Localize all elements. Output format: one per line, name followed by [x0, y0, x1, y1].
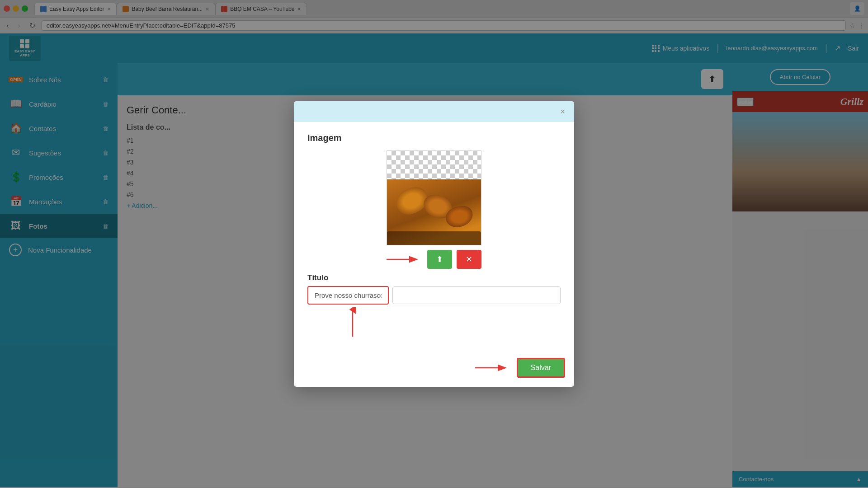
- salvar-button[interactable]: Salvar: [517, 358, 565, 378]
- delete-btn-icon: ✕: [466, 255, 472, 264]
- arrow-upload-annotation: [387, 255, 423, 264]
- modal-body: Imagem: [294, 122, 574, 352]
- modal-dialog: × Imagem: [294, 101, 574, 387]
- image-delete-button[interactable]: ✕: [457, 250, 481, 269]
- image-upload-button[interactable]: ⬆: [427, 250, 452, 269]
- modal-overlay: × Imagem: [0, 0, 868, 488]
- upload-btn-icon: ⬆: [436, 255, 443, 264]
- titulo-field-label: Título: [307, 273, 561, 282]
- titulo-input-extra[interactable]: [392, 286, 561, 304]
- arrow-salvar-annotation: [475, 363, 511, 372]
- modal-header: ×: [294, 101, 574, 122]
- modal-close-button[interactable]: ×: [560, 108, 565, 116]
- modal-section-title: Imagem: [307, 133, 561, 143]
- titulo-input[interactable]: [307, 286, 389, 305]
- arrow-titulo-annotation: [348, 307, 357, 339]
- modal-footer: Salvar: [294, 352, 574, 387]
- image-preview-area: [387, 150, 481, 245]
